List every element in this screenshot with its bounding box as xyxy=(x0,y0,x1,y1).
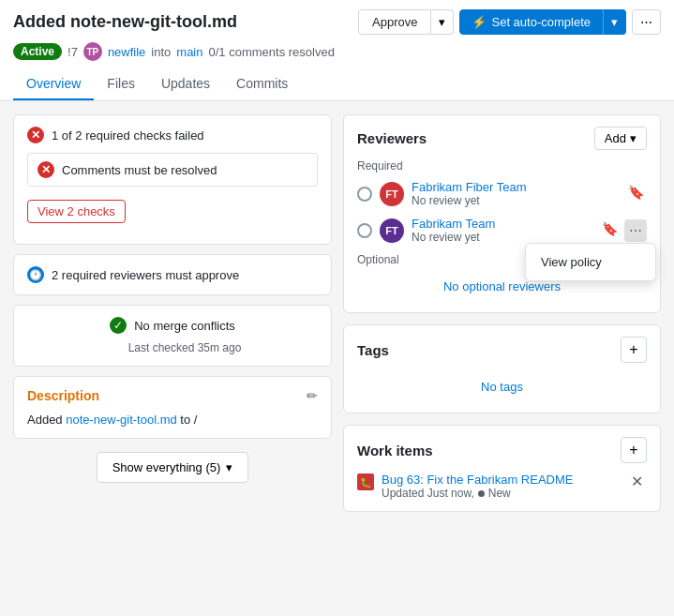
into-text: into xyxy=(151,45,171,59)
work-items-title: Work items xyxy=(357,443,433,458)
left-panel: ✕ 1 of 2 required checks failed ✕ Commen… xyxy=(13,114,332,512)
description-title: Description xyxy=(27,388,99,403)
approve-btn-group: Approve ▾ xyxy=(358,9,454,35)
more-options-button[interactable]: ⋯ xyxy=(632,9,661,35)
nav-tabs: Overview Files Updates Commits xyxy=(13,68,661,100)
branch-link[interactable]: newfile xyxy=(108,45,145,59)
reviewer-2-status: No review yet xyxy=(412,231,594,244)
autocomplete-btn-group: ⚡ Set auto-complete ▾ xyxy=(459,9,626,35)
required-checks-row: ✕ 1 of 2 required checks failed xyxy=(27,127,318,143)
tags-title: Tags xyxy=(357,342,389,358)
view-checks-button[interactable]: View 2 checks xyxy=(27,200,126,223)
policy-icon-1: 🔖 xyxy=(628,185,647,203)
description-content: Added note-new-git-tool.md to / xyxy=(27,413,318,427)
work-item-row: 🐛 Bug 63: Fix the Fabrikam README Update… xyxy=(357,473,647,500)
reviewers-check-text: 2 required reviewers must approve xyxy=(52,268,239,282)
reviewer-2-name[interactable]: Fabrikam Team xyxy=(412,217,594,231)
chevron-down-icon: ▾ xyxy=(439,15,445,29)
edit-icon[interactable]: ✏ xyxy=(307,388,318,403)
reviewer-1-icons: 🔖 xyxy=(628,185,647,203)
work-item-status: New xyxy=(488,487,511,500)
header-top-row: Added note-new-git-tool.md Approve ▾ ⚡ S… xyxy=(13,9,661,35)
reviewer-1-info: Fabrikam Fiber Team No review yet xyxy=(412,180,621,207)
autocomplete-caret-button[interactable]: ▾ xyxy=(603,9,626,35)
avatar-initials: TP xyxy=(86,47,98,57)
description-header: Description ✏ xyxy=(27,388,318,403)
target-branch-link[interactable]: main xyxy=(176,45,202,59)
radio-1 xyxy=(357,187,372,202)
work-item-title[interactable]: Bug 63: Fix the Fabrikam README xyxy=(382,473,620,487)
more-icon: ⋯ xyxy=(640,15,652,29)
comments-resolved-box: ✕ Comments must be resolved xyxy=(27,153,318,187)
last-checked-text: Last checked 35m ago xyxy=(128,341,242,354)
main-content: ✕ 1 of 2 required checks failed ✕ Commen… xyxy=(0,101,674,525)
tab-overview[interactable]: Overview xyxy=(13,68,94,100)
warning-icon: ✕ xyxy=(37,161,54,178)
page-header: Added note-new-git-tool.md Approve ▾ ⚡ S… xyxy=(0,0,674,101)
add-tag-button[interactable]: + xyxy=(621,337,647,363)
radio-2 xyxy=(357,223,372,238)
context-menu: View policy xyxy=(525,243,656,281)
merge-conflicts-row: ✓ No merge conflicts Last checked 35m ag… xyxy=(27,317,318,354)
no-merge-text: No merge conflicts xyxy=(134,319,235,333)
required-checks-text: 1 of 2 required checks failed xyxy=(52,128,204,143)
success-icon: ✓ xyxy=(110,317,127,334)
work-item-updated: Updated Just now, xyxy=(382,487,474,500)
autocomplete-button[interactable]: ⚡ Set auto-complete xyxy=(459,9,603,35)
tab-updates[interactable]: Updates xyxy=(148,68,223,100)
header-actions: Approve ▾ ⚡ Set auto-complete ▾ ⋯ xyxy=(358,9,661,35)
error-icon: ✕ xyxy=(27,127,44,143)
reviewer-row-1: FT Fabrikam Fiber Team No review yet 🔖 xyxy=(357,180,647,207)
reviewers-check-row: 🕐 2 required reviewers must approve xyxy=(27,266,318,283)
merge-conflicts-card: ✓ No merge conflicts Last checked 35m ag… xyxy=(13,305,332,367)
chevron-down-add: ▾ xyxy=(630,131,637,145)
reviewer-row-2: FT Fabrikam Team No review yet 🔖 ⋯ View … xyxy=(357,217,647,244)
reviewers-title: Reviewers xyxy=(357,130,427,146)
approve-caret-button[interactable]: ▾ xyxy=(431,9,454,35)
reviewer-more-button[interactable]: ⋯ xyxy=(624,219,647,242)
add-work-item-button[interactable]: + xyxy=(621,437,647,463)
policy-icon-2: 🔖 xyxy=(602,221,621,240)
bug-icon: 🐛 xyxy=(357,473,374,490)
avatar: TP xyxy=(83,42,102,61)
desc-file-link[interactable]: note-new-git-tool.md xyxy=(66,413,177,427)
reviewers-section-header: Reviewers Add ▾ xyxy=(357,127,647,150)
header-meta-row: Active !7 TP newfile into main 0/1 comme… xyxy=(13,42,661,61)
no-tags-text: No tags xyxy=(357,372,647,401)
comments-label: Comments must be resolved xyxy=(62,163,217,177)
work-items-section-header: Work items + xyxy=(357,437,647,463)
active-badge: Active xyxy=(13,43,62,60)
tab-commits[interactable]: Commits xyxy=(223,68,301,100)
show-everything-button[interactable]: Show everything (5) ▾ xyxy=(97,452,249,483)
clock-icon: 🕐 xyxy=(27,266,44,283)
tags-section: Tags + No tags xyxy=(343,324,661,413)
reviewer-1-name[interactable]: Fabrikam Fiber Team xyxy=(412,180,621,194)
add-reviewer-label: Add xyxy=(605,131,626,145)
chevron-down-icon-show: ▾ xyxy=(226,460,232,474)
status-dot xyxy=(478,490,485,497)
reviewer-2-info: Fabrikam Team No review yet xyxy=(412,217,594,244)
reviewers-section: Reviewers Add ▾ Required FT Fabrikam Fib… xyxy=(343,114,661,313)
pr-number: !7 xyxy=(67,45,78,59)
reviewers-check-card: 🕐 2 required reviewers must approve xyxy=(13,254,332,295)
remove-work-item-button[interactable]: ✕ xyxy=(627,473,647,490)
desc-suffix: to / xyxy=(177,413,198,427)
add-reviewer-button[interactable]: Add ▾ xyxy=(594,127,647,150)
reviewer-2-icons: 🔖 ⋯ xyxy=(602,219,647,242)
tab-files[interactable]: Files xyxy=(94,68,148,100)
approve-button[interactable]: Approve xyxy=(358,9,431,35)
tags-section-header: Tags + xyxy=(357,337,647,363)
view-policy-item[interactable]: View policy xyxy=(526,248,655,277)
checks-card: ✕ 1 of 2 required checks failed ✕ Commen… xyxy=(13,114,332,245)
desc-prefix: Added xyxy=(27,413,66,427)
reviewer-1-status: No review yet xyxy=(412,194,621,207)
view-checks-wrapper: View 2 checks xyxy=(27,196,318,227)
chevron-down-icon-2: ▾ xyxy=(611,15,618,29)
right-panel: Reviewers Add ▾ Required FT Fabrikam Fib… xyxy=(343,114,661,512)
reviewer-2-avatar: FT xyxy=(380,218,404,243)
comments-resolved: 0/1 comments resolved xyxy=(209,45,335,59)
pr-title: Added note-new-git-tool.md xyxy=(13,12,237,32)
work-items-section: Work items + 🐛 Bug 63: Fix the Fabrikam … xyxy=(343,425,661,512)
required-label: Required xyxy=(357,159,647,173)
lightning-icon: ⚡ xyxy=(472,15,487,29)
